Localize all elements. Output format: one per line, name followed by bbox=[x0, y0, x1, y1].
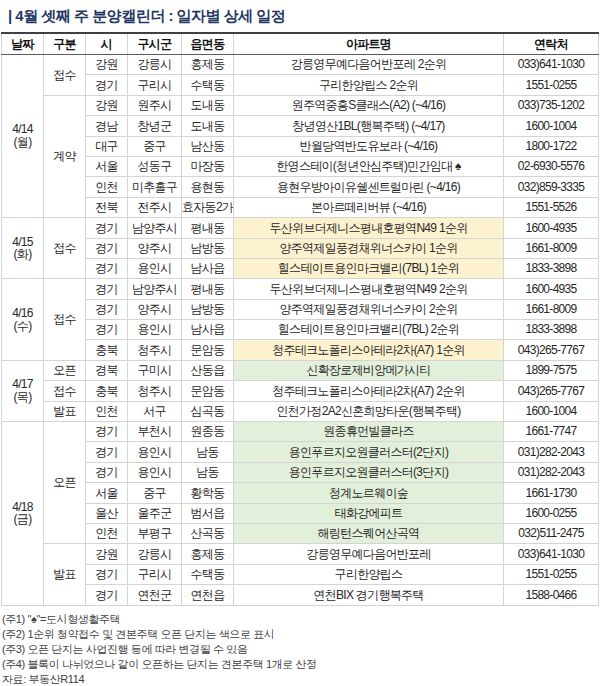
city-cell: 강원 bbox=[86, 95, 128, 115]
city-cell: 경기 bbox=[86, 320, 128, 340]
city-cell: 경기 bbox=[86, 422, 128, 442]
city-cell: 경기 bbox=[86, 75, 128, 95]
category-cell: 오픈 bbox=[44, 360, 86, 380]
contact-cell: 043)265-7767 bbox=[504, 381, 599, 401]
apartment-cell: 신확장로제비앙메가시티 bbox=[234, 360, 504, 380]
city-cell: 경기 bbox=[86, 299, 128, 319]
district-cell: 성동구 bbox=[128, 156, 182, 176]
apartment-cell: 강릉영무예다음어반포레 2순위 bbox=[234, 55, 504, 75]
table-row: 발표강원강릉시홍제동강릉영무예다음어반포레033)641-1030 bbox=[2, 544, 599, 564]
calendar-table-body: 4/14(월)접수강원강릉시홍제동강릉영무예다음어반포레 2순위033)641-… bbox=[2, 55, 599, 606]
table-row: 대구중구남산동반월당역반도유보라 (~4/16)1800-1722 bbox=[2, 136, 599, 156]
district-cell: 용인시 bbox=[128, 462, 182, 482]
contact-cell: 1899-7575 bbox=[504, 360, 599, 380]
table-row: 경기용인시남동용인푸르지오원클러스터(2단지)031)282-2043 bbox=[2, 442, 599, 462]
category-cell: 접수 bbox=[44, 279, 86, 361]
apartment-cell: 구리한양립스 2순위 bbox=[234, 75, 504, 95]
town-cell: 홍제동 bbox=[182, 55, 234, 75]
column-header-date: 날짜 bbox=[2, 33, 44, 55]
category-cell: 오픈 bbox=[44, 422, 86, 544]
column-header-contact: 연락처 bbox=[504, 33, 599, 55]
table-row: 경기용인시남사읍힐스테이트용인마크밸리(7BL) 1순위1833-3898 bbox=[2, 258, 599, 278]
table-row: 경남창녕군도내동창녕영산1BL(행복주택) (~4/17)1600-1004 bbox=[2, 116, 599, 136]
town-cell: 산곡동 bbox=[182, 523, 234, 543]
source-line: 자료: 부동산R114 bbox=[2, 672, 600, 686]
table-row: 경기연천군연천읍연천BIX 경기행복주택1588-0466 bbox=[2, 585, 599, 605]
category-cell: 계약 bbox=[44, 95, 86, 217]
contact-cell: 1588-0466 bbox=[504, 585, 599, 605]
town-cell: 연천읍 bbox=[182, 585, 234, 605]
apartment-cell: 한영스테이(청년안심주택)민간임대 ♠ bbox=[234, 156, 504, 176]
apartment-cell: 용인푸르지오원클러스터(3단지) bbox=[234, 462, 504, 482]
contact-cell: 1600-1004 bbox=[504, 116, 599, 136]
apartment-cell: 청주테크노폴리스아테라2차(A7) 1순위 bbox=[234, 340, 504, 360]
table-row: 4/16(수)접수경기남양주시평내동두산위브더제니스평내호평역N49 2순위16… bbox=[2, 279, 599, 299]
category-cell: 접수 bbox=[44, 55, 86, 96]
weekday-text: (수) bbox=[2, 320, 43, 333]
note-line: (주3) 오픈 단지는 사업진행 등에 따라 변경될 수 있음 bbox=[2, 642, 600, 657]
table-row: 경기용인시남사읍힐스테이트용인마크밸리(7BL) 2순위1833-3898 bbox=[2, 320, 599, 340]
district-cell: 부평구 bbox=[128, 523, 182, 543]
table-row: 접수충북청주시문암동청주테크노폴리스아테라2차(A7) 2순위043)265-7… bbox=[2, 381, 599, 401]
town-cell: 남방동 bbox=[182, 238, 234, 258]
date-cell: 4/18(금) bbox=[2, 422, 44, 606]
header-row: 날짜 구분 시 구시군 읍면동 아파트명 연락처 bbox=[2, 33, 599, 55]
contact-cell: 032)859-3335 bbox=[504, 177, 599, 197]
contact-cell: 043)265-7767 bbox=[504, 340, 599, 360]
apartment-cell: 인천가정2A2신혼희망타운(행복주택) bbox=[234, 401, 504, 421]
district-cell: 부천시 bbox=[128, 422, 182, 442]
district-cell: 용인시 bbox=[128, 320, 182, 340]
town-cell: 도내동 bbox=[182, 116, 234, 136]
apartment-cell: 용현우방아이유쉘센트럴마린 (~4/16) bbox=[234, 177, 504, 197]
town-cell: 평내동 bbox=[182, 279, 234, 299]
district-cell: 용인시 bbox=[128, 442, 182, 462]
apartment-cell: 본아르떼리버뷰 (~4/16) bbox=[234, 197, 504, 217]
table-row: 4/15(화)접수경기남양주시평내동두산위브더제니스평내호평역N49 1순위16… bbox=[2, 218, 599, 238]
contact-cell: 1661-1730 bbox=[504, 483, 599, 503]
city-cell: 충북 bbox=[86, 381, 128, 401]
column-header-city: 시 bbox=[86, 33, 128, 55]
town-cell: 범서읍 bbox=[182, 503, 234, 523]
city-cell: 강원 bbox=[86, 544, 128, 564]
city-cell: 경기 bbox=[86, 462, 128, 482]
city-cell: 경기 bbox=[86, 218, 128, 238]
city-cell: 서울 bbox=[86, 156, 128, 176]
contact-cell: 033)641-1030 bbox=[504, 544, 599, 564]
weekday-text: (목) bbox=[2, 391, 43, 404]
contact-cell: 031)282-2043 bbox=[504, 442, 599, 462]
contact-cell: 1661-8009 bbox=[504, 299, 599, 319]
date-cell: 4/17(목) bbox=[2, 360, 44, 421]
district-cell: 남양주시 bbox=[128, 218, 182, 238]
district-cell: 구리시 bbox=[128, 75, 182, 95]
town-cell: 도내동 bbox=[182, 95, 234, 115]
table-row: 발표인천서구심곡동인천가정2A2신혼희망타운(행복주택)1600-1004 bbox=[2, 401, 599, 421]
contact-cell: 1833-3898 bbox=[504, 258, 599, 278]
contact-cell: 1600-4935 bbox=[504, 218, 599, 238]
contact-cell: 1600-0255 bbox=[504, 503, 599, 523]
column-header-category: 구분 bbox=[44, 33, 86, 55]
town-cell: 심곡동 bbox=[182, 401, 234, 421]
apartment-cell: 힐스테이트용인마크밸리(7BL) 1순위 bbox=[234, 258, 504, 278]
table-row: 서울중구황학동청계노르웨이숲1661-1730 bbox=[2, 483, 599, 503]
column-header-apartment: 아파트명 bbox=[234, 33, 504, 55]
footnotes: (주1) "♠"=도시형생활주택 (주2) 1순위 청약접수 및 견본주택 오픈… bbox=[2, 612, 600, 686]
contact-cell: 1551-0255 bbox=[504, 564, 599, 584]
contact-cell: 1551-0255 bbox=[504, 75, 599, 95]
apartment-cell: 양주역제일풍경채위너스카이 2순위 bbox=[234, 299, 504, 319]
apartment-cell: 양주역제일풍경채위너스카이 1순위 bbox=[234, 238, 504, 258]
city-cell: 서울 bbox=[86, 483, 128, 503]
district-cell: 창녕군 bbox=[128, 116, 182, 136]
district-cell: 구미시 bbox=[128, 360, 182, 380]
district-cell: 양주시 bbox=[128, 238, 182, 258]
district-cell: 미추홀구 bbox=[128, 177, 182, 197]
district-cell: 청주시 bbox=[128, 381, 182, 401]
town-cell: 남동 bbox=[182, 442, 234, 462]
note-line: (주2) 1순위 청약접수 및 견본주택 오픈 단지는 색으로 표시 bbox=[2, 627, 600, 642]
town-cell: 수택동 bbox=[182, 75, 234, 95]
district-cell: 원주시 bbox=[128, 95, 182, 115]
contact-cell: 1551-5526 bbox=[504, 197, 599, 217]
contact-cell: 1661-7747 bbox=[504, 422, 599, 442]
town-cell: 산동읍 bbox=[182, 360, 234, 380]
weekday-text: (화) bbox=[2, 248, 43, 261]
town-cell: 남사읍 bbox=[182, 258, 234, 278]
